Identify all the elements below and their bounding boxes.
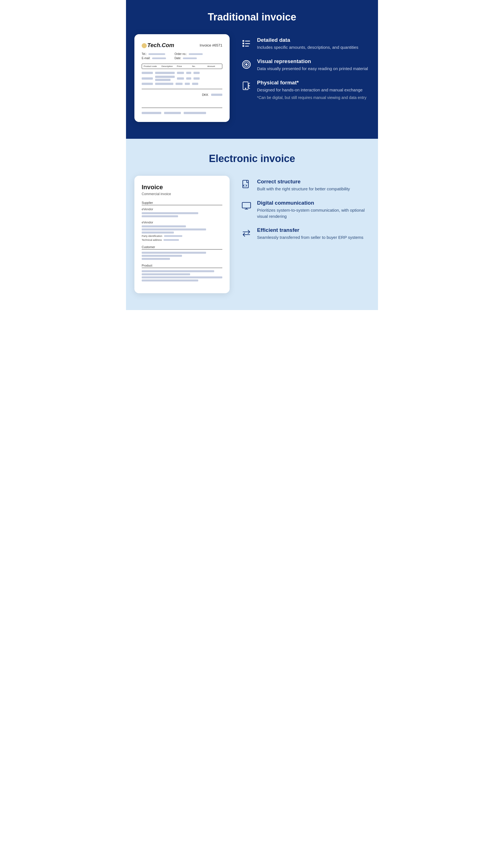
- date-bar: [183, 57, 197, 59]
- table-header: Product code Description Price No. Amoun…: [142, 64, 222, 69]
- party-id-bar: [164, 235, 182, 237]
- product-label: Product: [142, 264, 222, 268]
- footer-bar: [164, 112, 181, 114]
- table-rows: [142, 72, 222, 85]
- svg-rect-0: [242, 40, 244, 42]
- product-block: Product: [142, 264, 222, 281]
- traditional-invoice-section: Traditional invoice Tech.Com Invoice #65…: [126, 0, 378, 139]
- table-row: [142, 72, 222, 74]
- table-row: [142, 76, 222, 81]
- row-block: [194, 78, 200, 80]
- row-block: [185, 83, 190, 85]
- feature-physical-text: Physical format* Designed for hands-on i…: [257, 80, 366, 101]
- tech-addr-bar: [163, 239, 179, 241]
- order-bar: [189, 53, 203, 55]
- efeature-structure-desc: Built with the right structure for bette…: [257, 186, 350, 192]
- efeature-digital-text: Digital communication Prioritizes system…: [257, 200, 370, 220]
- order-row: Order no.:: [175, 52, 203, 55]
- svg-rect-4: [242, 45, 244, 47]
- party-id-row: Party identification: [142, 235, 222, 237]
- table-row: [142, 83, 222, 85]
- meta-right: Order no.: Date:: [175, 52, 203, 60]
- row-block: [186, 72, 191, 74]
- order-label: Order no.:: [175, 52, 187, 55]
- feature-physical: Physical format* Designed for hands-on i…: [241, 80, 368, 101]
- table-divider: [142, 89, 222, 89]
- evendor2-name: eVendor: [142, 221, 222, 224]
- th-description: Description: [162, 65, 175, 68]
- customer-bars: [142, 252, 222, 260]
- efeature-transfer-text: Efficient transfer Seamlessly transferre…: [257, 227, 363, 241]
- row-block: [155, 76, 175, 78]
- row-block: [177, 72, 184, 74]
- customer-label: Customer: [142, 245, 222, 250]
- svg-point-8: [245, 63, 248, 66]
- efeature-transfer-desc: Seamlessly transferred from seller to bu…: [257, 234, 363, 241]
- feature-visual-desc: Data visually presented for easy reading…: [257, 66, 368, 72]
- transfer-icon: [241, 228, 252, 239]
- e-bar: [142, 276, 222, 278]
- row-block: [177, 78, 184, 80]
- feature-physical-desc: Designed for hands-on interaction and ma…: [257, 87, 366, 93]
- e-bar: [142, 258, 170, 260]
- feature-physical-title: Physical format*: [257, 80, 366, 86]
- efeature-digital: Digital communication Prioritizes system…: [241, 200, 370, 220]
- feature-visual-title: Visual representation: [257, 58, 368, 65]
- row-block: [142, 72, 153, 74]
- electronic-invoice-section: Electronic invoice Invoice Commercial in…: [126, 139, 378, 310]
- evendor1-bars: [142, 212, 222, 217]
- th-price: Price: [177, 65, 190, 68]
- feature-visual: Visual representation Data visually pres…: [241, 58, 368, 72]
- e-bar: [142, 273, 190, 275]
- e-bar: [142, 228, 206, 230]
- feature-physical-note: *Can be digital, but still requires manu…: [257, 95, 366, 101]
- invoice-number: Invoice #6571: [200, 43, 222, 47]
- email-row: E-mail:: [142, 57, 166, 60]
- dkk-bar: [211, 93, 222, 96]
- file-code-icon: [241, 179, 252, 190]
- efeature-structure-text: Correct structure Built with the right s…: [257, 178, 350, 192]
- efeature-digital-desc: Prioritizes system-to-system communicati…: [257, 207, 370, 220]
- tel-bar: [148, 53, 165, 55]
- svg-rect-9: [243, 180, 248, 188]
- efeature-transfer-title: Efficient transfer: [257, 227, 363, 233]
- svg-rect-10: [242, 202, 251, 208]
- row-block: [194, 72, 200, 74]
- dkk-row: DKK: [142, 93, 222, 97]
- feature-detailed-desc: Includes specific amounts, descriptions,…: [257, 44, 358, 50]
- einvoice-subtitle: Commercial invoice: [142, 192, 222, 196]
- e-bar: [142, 270, 214, 272]
- row-block: [186, 78, 191, 80]
- supplier-block: Supplier eVendor eVendor Party identific…: [142, 201, 222, 241]
- row-block: [192, 83, 198, 85]
- e-bar: [142, 212, 198, 214]
- feature-detailed-title: Detailed data: [257, 37, 358, 43]
- svg-rect-2: [242, 42, 244, 44]
- traditional-content: Tech.Com Invoice #6571 Tel.: E-mail:: [134, 34, 370, 122]
- email-bar: [152, 57, 166, 59]
- footer-lines: [142, 112, 222, 114]
- traditional-invoice-card: Tech.Com Invoice #6571 Tel.: E-mail:: [134, 34, 230, 122]
- party-meta: Party identification Technical address: [142, 235, 222, 241]
- party-id-label: Party identification: [142, 235, 162, 237]
- efeature-structure: Correct structure Built with the right s…: [241, 178, 370, 192]
- feature-detailed-text: Detailed data Includes specific amounts,…: [257, 37, 358, 50]
- tech-addr-row: Technical address: [142, 239, 222, 241]
- eye-icon: [241, 59, 252, 70]
- th-no: No.: [192, 65, 205, 68]
- row-block: [142, 83, 153, 85]
- e-bar: [142, 279, 198, 281]
- evendor2-bars: [142, 225, 222, 234]
- monitor-icon: [241, 201, 252, 212]
- product-bars: [142, 270, 222, 281]
- efeature-transfer: Efficient transfer Seamlessly transferre…: [241, 227, 370, 241]
- row-block: [155, 79, 170, 81]
- th-product-code: Product code: [144, 65, 159, 68]
- row-block: [176, 83, 183, 85]
- date-label: Date:: [175, 57, 181, 60]
- svg-rect-1: [245, 41, 250, 41]
- e-bar: [142, 215, 178, 217]
- e-bar: [142, 255, 182, 257]
- supplier-label: Supplier: [142, 201, 222, 205]
- list-icon: [241, 38, 252, 49]
